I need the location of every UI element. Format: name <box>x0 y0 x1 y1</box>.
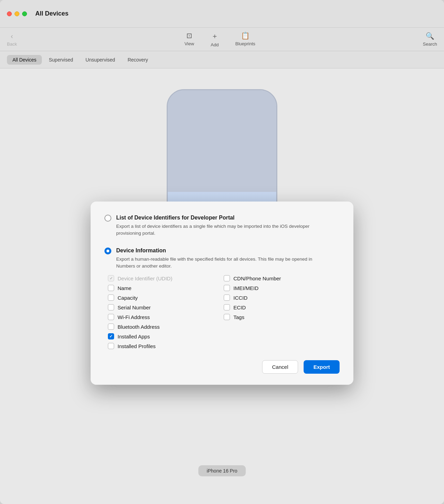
field-imei-checkbox[interactable] <box>224 285 230 291</box>
export-button[interactable]: Export <box>304 360 340 374</box>
search-label: Search <box>423 41 437 47</box>
field-wifi-checkbox[interactable] <box>108 314 114 320</box>
blueprints-label: Blueprints <box>235 41 255 46</box>
export-modal: List of Device Identifiers for Developer… <box>91 202 353 385</box>
field-cdn-row: CDN/Phone Number <box>224 275 340 281</box>
add-label: Add <box>211 42 219 47</box>
field-imei-label: IMEI/MEID <box>233 285 259 291</box>
toolbar: ‹ Back ⊡ View ＋ Add 📋 Blueprints 🔍 Searc… <box>0 28 444 51</box>
view-icon: ⊡ <box>186 31 192 40</box>
option1-radio[interactable] <box>104 215 111 222</box>
field-iccid-label: ICCID <box>233 295 248 301</box>
option2-radio[interactable] <box>104 248 111 254</box>
option2-row: Device Information Export a human-readab… <box>104 247 340 270</box>
field-udid-row: Device Identifier (UDID) <box>108 275 224 281</box>
field-bluetooth-label: Bluetooth Address <box>118 324 160 330</box>
field-ecid-label: ECID <box>233 305 246 310</box>
field-apps-label: Installed Apps <box>118 334 150 339</box>
toolbar-add[interactable]: ＋ Add <box>211 31 219 47</box>
minimize-button[interactable] <box>15 11 19 16</box>
checkbox-grid: Device Identifier (UDID) Name Capacity <box>108 275 340 349</box>
add-icon: ＋ <box>211 31 218 41</box>
field-profiles-checkbox[interactable] <box>108 343 114 349</box>
modal-overlay: List of Device Identifiers for Developer… <box>0 68 444 504</box>
toolbar-view[interactable]: ⊡ View <box>184 31 194 47</box>
field-name-label: Name <box>118 285 131 291</box>
view-label: View <box>184 41 194 46</box>
field-imei-row: IMEI/MEID <box>224 285 340 291</box>
search-icon: 🔍 <box>426 32 434 40</box>
field-cdn-checkbox[interactable] <box>224 275 230 281</box>
main-content: iPhone 16 Pro List of Device Identifiers… <box>0 68 444 504</box>
field-apps-row: Installed Apps <box>108 333 224 339</box>
field-apps-checkbox[interactable] <box>108 333 114 339</box>
option1-row: List of Device Identifiers for Developer… <box>104 214 340 237</box>
back-icon: ‹ <box>11 32 13 40</box>
field-udid-checkbox[interactable] <box>108 275 114 281</box>
field-serial-checkbox[interactable] <box>108 304 114 310</box>
buttons-row: Cancel Export <box>104 360 340 374</box>
field-profiles-label: Installed Profiles <box>118 343 156 349</box>
back-label: Back <box>7 41 17 47</box>
field-capacity-checkbox[interactable] <box>108 295 114 301</box>
traffic-lights <box>7 11 27 16</box>
checkbox-col-left: Device Identifier (UDID) Name Capacity <box>108 275 224 349</box>
titlebar: All Devices <box>0 0 444 28</box>
field-serial-row: Serial Number <box>108 304 224 310</box>
field-name-row: Name <box>108 285 224 291</box>
toolbar-search[interactable]: 🔍 Search <box>423 32 437 47</box>
tab-all-devices[interactable]: All Devices <box>7 55 42 65</box>
field-udid-label: Device Identifier (UDID) <box>118 276 172 281</box>
field-bluetooth-row: Bluetooth Address <box>108 324 224 330</box>
option1-title: List of Device Identifiers for Developer… <box>116 214 317 222</box>
field-tags-label: Tags <box>233 314 244 320</box>
field-name-checkbox[interactable] <box>108 285 114 291</box>
option1-desc: Export a list of device identifiers as a… <box>116 223 317 237</box>
tabs-bar: All Devices Supervised Unsupervised Reco… <box>0 51 444 68</box>
option2-title: Device Information <box>116 247 317 254</box>
tab-recovery[interactable]: Recovery <box>122 55 154 65</box>
field-bluetooth-checkbox[interactable] <box>108 324 114 330</box>
tab-unsupervised[interactable]: Unsupervised <box>80 55 121 65</box>
field-profiles-row: Installed Profiles <box>108 343 224 349</box>
checkbox-col-right: CDN/Phone Number IMEI/MEID ICCID <box>224 275 340 349</box>
window-title: All Devices <box>35 10 68 17</box>
field-wifi-row: Wi-Fi Address <box>108 314 224 320</box>
toolbar-back[interactable]: ‹ Back <box>7 32 17 47</box>
field-wifi-label: Wi-Fi Address <box>118 314 150 320</box>
field-ecid-row: ECID <box>224 304 340 310</box>
field-iccid-row: ICCID <box>224 295 340 301</box>
field-cdn-label: CDN/Phone Number <box>233 276 281 281</box>
field-serial-label: Serial Number <box>118 305 151 310</box>
blueprints-icon: 📋 <box>241 31 250 40</box>
cancel-button[interactable]: Cancel <box>262 360 298 374</box>
field-tags-checkbox[interactable] <box>224 314 230 320</box>
field-capacity-label: Capacity <box>118 295 138 301</box>
toolbar-blueprints[interactable]: 📋 Blueprints <box>235 31 255 47</box>
field-tags-row: Tags <box>224 314 340 320</box>
option2-content: Device Information Export a human-readab… <box>116 247 317 270</box>
app-window: All Devices ‹ Back ⊡ View ＋ Add 📋 Bluepr… <box>0 0 444 504</box>
field-iccid-checkbox[interactable] <box>224 295 230 301</box>
close-button[interactable] <box>7 11 12 16</box>
maximize-button[interactable] <box>22 11 27 16</box>
field-capacity-row: Capacity <box>108 295 224 301</box>
field-ecid-checkbox[interactable] <box>224 304 230 310</box>
option1-content: List of Device Identifiers for Developer… <box>116 214 317 237</box>
tab-supervised[interactable]: Supervised <box>43 55 78 65</box>
option2-desc: Export a human-readable file with the sp… <box>116 256 317 270</box>
